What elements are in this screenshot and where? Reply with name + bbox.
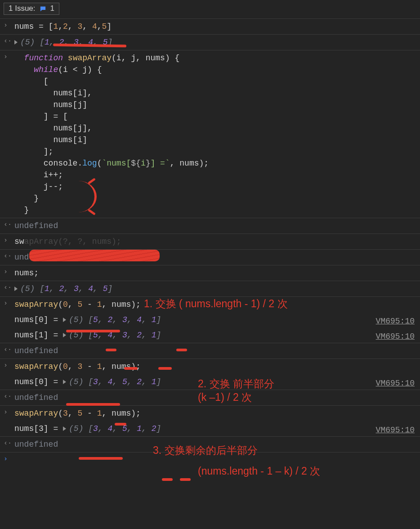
vm-source-link[interactable]: VM695:10 xyxy=(376,315,415,327)
console-input-row[interactable]: › swapArray(3, 5 - 1, nums); xyxy=(0,405,420,421)
output-chevron-icon: ›· xyxy=(3,392,14,402)
console-log-row: nums[0] = (5) [3, 4, 5, 2, 1] VM695:10 xyxy=(0,374,420,390)
array-preview: [5, 4, 3, 2, 1] xyxy=(88,331,161,340)
undefined-value: undefined xyxy=(14,440,58,449)
input-chevron-icon: › xyxy=(3,408,14,417)
console-log-row: nums[1] = (5) [5, 4, 3, 2, 1] VM695:10 xyxy=(0,327,420,343)
array-length: (5) xyxy=(20,284,35,293)
log-label: nums[3] = xyxy=(14,424,63,433)
console-input-row[interactable]: › swapArray(0, 3 - 1, nums); xyxy=(0,359,420,374)
console-input-row[interactable]: › swapArray(0, 5 - 1, nums); xyxy=(0,296,420,312)
array-preview: [1, 2, 3, 4, 5] xyxy=(40,284,112,293)
expand-icon[interactable] xyxy=(63,318,66,322)
issue-count: 1 xyxy=(50,4,54,13)
message-icon xyxy=(39,5,47,12)
output-chevron-icon: ›· xyxy=(3,220,14,230)
array-preview: [5, 2, 3, 4, 1] xyxy=(88,315,161,324)
output-chevron-icon: ›· xyxy=(3,251,14,261)
vm-source-link[interactable]: VM695:10 xyxy=(376,424,415,436)
input-chevron-icon: › xyxy=(3,361,14,371)
issue-pill[interactable]: 1 Issue: 1 xyxy=(4,3,59,15)
expand-icon[interactable] xyxy=(63,333,66,337)
console-output-row[interactable]: ›· (5) [1, 2, 3, 4, 5] xyxy=(0,281,420,296)
annotation-text: (nums.length - 1 – k) / 2 次 xyxy=(198,464,320,478)
undefined-value: undefined xyxy=(14,253,58,262)
code-input: swapArray(?, ?, nums); xyxy=(14,236,417,247)
output-chevron-icon: ›· xyxy=(3,36,14,46)
array-preview: [1, 2, 3, 4, 5] xyxy=(40,38,112,47)
console-output-row: ›· undefined xyxy=(0,436,420,452)
undefined-value: undefined xyxy=(14,346,58,355)
output-chevron-icon: ›· xyxy=(3,345,14,355)
array-length: (5) xyxy=(69,377,83,386)
input-chevron-icon: › xyxy=(3,21,14,31)
undefined-value: undefined xyxy=(14,393,58,402)
input-chevron-icon: › xyxy=(3,299,14,309)
console-output-row[interactable]: ›· (5) [1, 2, 3, 4, 5] xyxy=(0,34,420,50)
array-preview: [3, 4, 5, 1, 2] xyxy=(88,424,161,433)
console-output-row: ›· undefined xyxy=(0,249,420,265)
vm-source-link[interactable]: VM695:10 xyxy=(376,377,415,389)
log-label: nums[0] = xyxy=(14,315,63,324)
input-chevron-icon: › xyxy=(3,236,14,246)
log-label: nums[1] = xyxy=(14,331,63,340)
array-length: (5) xyxy=(20,38,35,47)
undefined-value: undefined xyxy=(14,221,58,230)
console-log-row: nums[0] = (5) [5, 2, 3, 4, 1] VM695:10 xyxy=(0,312,420,327)
console-output-row: ›· undefined xyxy=(0,343,420,359)
prompt-chevron-icon: › xyxy=(3,454,14,464)
code-input: function swapArray(i, j, nums) { while(i… xyxy=(14,52,417,216)
output-chevron-icon: ›· xyxy=(3,283,14,293)
array-length: (5) xyxy=(69,331,83,340)
expand-icon[interactable] xyxy=(14,40,18,45)
console-log-row: nums[3] = (5) [3, 4, 5, 1, 2] VM695:10 xyxy=(0,421,420,436)
issue-label: 1 Issue: xyxy=(9,4,36,13)
code-input: swapArray(0, 3 - 1, nums); xyxy=(14,361,417,372)
console-input-row[interactable]: › nums = [1,2, 3, 4,5] xyxy=(0,18,420,34)
console-output-row: ›· undefined xyxy=(0,218,420,233)
console-input-row[interactable]: › nums; xyxy=(0,265,420,281)
code-input: swapArray(3, 5 - 1, nums); xyxy=(14,408,417,419)
array-length: (5) xyxy=(69,315,83,324)
console-prompt-row[interactable]: › xyxy=(0,452,420,466)
console-output-row: ›· undefined xyxy=(0,390,420,405)
expand-icon[interactable] xyxy=(63,380,66,384)
console-input-row[interactable]: › function swapArray(i, j, nums) { while… xyxy=(0,50,420,218)
expand-icon[interactable] xyxy=(14,287,18,291)
log-label: nums[0] = xyxy=(14,377,63,386)
output-chevron-icon: ›· xyxy=(3,439,14,448)
code-input: swapArray(0, 5 - 1, nums); xyxy=(14,299,417,310)
expand-icon[interactable] xyxy=(63,426,66,431)
array-length: (5) xyxy=(69,424,83,433)
input-chevron-icon: › xyxy=(3,267,14,277)
input-chevron-icon: › xyxy=(3,52,14,62)
vm-source-link[interactable]: VM695:10 xyxy=(376,331,415,342)
console-input-row[interactable]: › swapArray(?, ?, nums); xyxy=(0,233,420,249)
array-preview: [3, 4, 5, 2, 1] xyxy=(88,377,161,386)
annotation-underline xyxy=(180,478,191,481)
annotation-underline xyxy=(162,478,173,481)
code-input: nums = [1,2, 3, 4,5] xyxy=(14,21,417,32)
code-input: nums; xyxy=(14,267,417,279)
